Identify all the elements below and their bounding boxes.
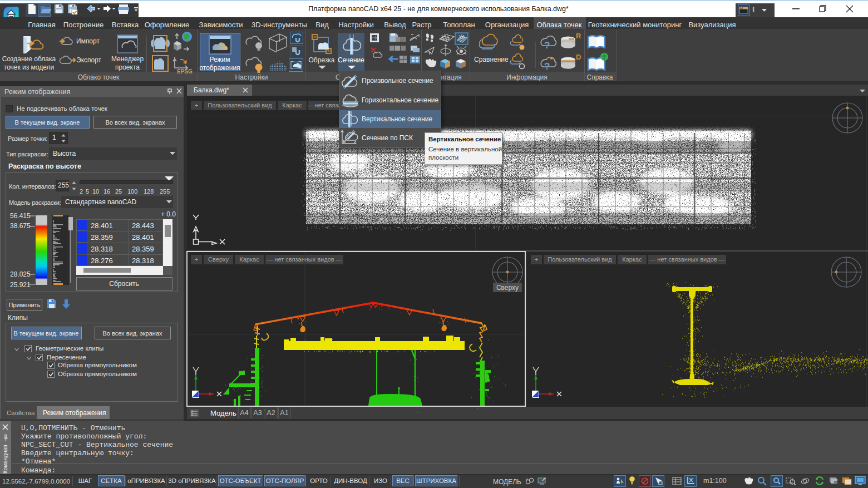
svg-text:D: D	[576, 53, 581, 61]
svg-text:?: ?	[544, 40, 550, 51]
svg-text:R: R	[576, 32, 581, 40]
svg-text:?: ?	[544, 61, 550, 72]
svg-text:1: 1	[690, 477, 693, 482]
svg-text:EPSG: EPSG	[177, 68, 193, 75]
